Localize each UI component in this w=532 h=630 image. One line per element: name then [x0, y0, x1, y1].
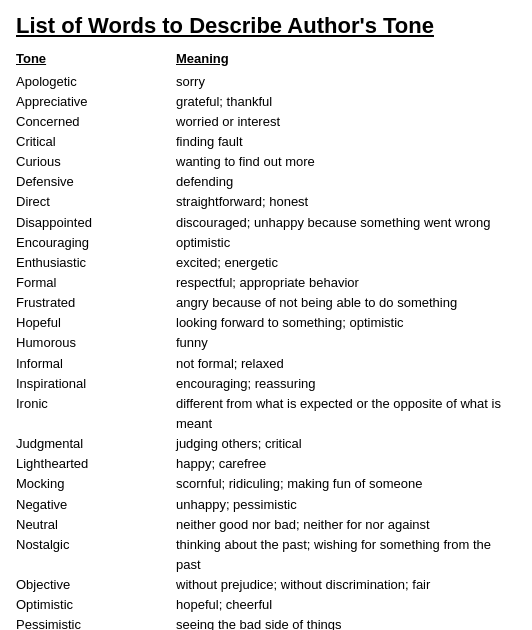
meaning-cell: angry because of not being able to do so… — [176, 293, 516, 313]
tone-table: ApologeticsorryAppreciativegrateful; tha… — [16, 72, 516, 630]
table-row: Enthusiasticexcited; energetic — [16, 253, 516, 273]
meaning-cell: grateful; thankful — [176, 92, 516, 112]
tone-cell: Optimistic — [16, 595, 176, 615]
tone-column-header: Tone — [16, 51, 176, 66]
tone-cell: Objective — [16, 575, 176, 595]
tone-cell: Inspirational — [16, 374, 176, 394]
table-row: Ironicdifferent from what is expected or… — [16, 394, 516, 434]
table-row: Lightheartedhappy; carefree — [16, 454, 516, 474]
meaning-cell: unhappy; pessimistic — [176, 495, 516, 515]
table-row: Appreciativegrateful; thankful — [16, 92, 516, 112]
table-row: Pessimisticseeing the bad side of things — [16, 615, 516, 630]
meaning-cell: looking forward to something; optimistic — [176, 313, 516, 333]
table-row: Hopefullooking forward to something; opt… — [16, 313, 516, 333]
meaning-cell: thinking about the past; wishing for som… — [176, 535, 516, 575]
meaning-cell: excited; energetic — [176, 253, 516, 273]
table-row: Nostalgicthinking about the past; wishin… — [16, 535, 516, 575]
table-row: Encouragingoptimistic — [16, 233, 516, 253]
meaning-cell: different from what is expected or the o… — [176, 394, 516, 434]
meaning-cell: neither good nor bad; neither for nor ag… — [176, 515, 516, 535]
meaning-cell: not formal; relaxed — [176, 354, 516, 374]
meaning-cell: sorry — [176, 72, 516, 92]
meaning-cell: worried or interest — [176, 112, 516, 132]
table-row: Criticalfinding fault — [16, 132, 516, 152]
table-row: Inspirationalencouraging; reassuring — [16, 374, 516, 394]
meaning-cell: wanting to find out more — [176, 152, 516, 172]
tone-cell: Hopeful — [16, 313, 176, 333]
table-row: Mockingscornful; ridiculing; making fun … — [16, 474, 516, 494]
tone-cell: Defensive — [16, 172, 176, 192]
tone-cell: Critical — [16, 132, 176, 152]
tone-cell: Encouraging — [16, 233, 176, 253]
table-row: Informalnot formal; relaxed — [16, 354, 516, 374]
meaning-cell: encouraging; reassuring — [176, 374, 516, 394]
table-row: Frustratedangry because of not being abl… — [16, 293, 516, 313]
tone-cell: Enthusiastic — [16, 253, 176, 273]
tone-cell: Appreciative — [16, 92, 176, 112]
tone-cell: Nostalgic — [16, 535, 176, 575]
tone-cell: Negative — [16, 495, 176, 515]
meaning-cell: funny — [176, 333, 516, 353]
tone-cell: Judgmental — [16, 434, 176, 454]
tone-cell: Lighthearted — [16, 454, 176, 474]
tone-cell: Pessimistic — [16, 615, 176, 630]
meaning-cell: discouraged; unhappy because something w… — [176, 213, 516, 233]
tone-cell: Frustrated — [16, 293, 176, 313]
table-row: Optimistichopeful; cheerful — [16, 595, 516, 615]
table-row: Apologeticsorry — [16, 72, 516, 92]
meaning-cell: straightforward; honest — [176, 192, 516, 212]
tone-cell: Mocking — [16, 474, 176, 494]
page-title: List of Words to Describe Author's Tone — [16, 12, 516, 41]
tone-cell: Ironic — [16, 394, 176, 434]
table-row: Objectivewithout prejudice; without disc… — [16, 575, 516, 595]
table-row: Directstraightforward; honest — [16, 192, 516, 212]
meaning-cell: optimistic — [176, 233, 516, 253]
meaning-cell: scornful; ridiculing; making fun of some… — [176, 474, 516, 494]
tone-cell: Direct — [16, 192, 176, 212]
meaning-cell: respectful; appropriate behavior — [176, 273, 516, 293]
table-row: Curiouswanting to find out more — [16, 152, 516, 172]
table-row: Defensivedefending — [16, 172, 516, 192]
table-row: Disappointeddiscouraged; unhappy because… — [16, 213, 516, 233]
table-row: Negativeunhappy; pessimistic — [16, 495, 516, 515]
tone-cell: Disappointed — [16, 213, 176, 233]
table-row: Judgmentaljudging others; critical — [16, 434, 516, 454]
meaning-cell: seeing the bad side of things — [176, 615, 516, 630]
tone-cell: Apologetic — [16, 72, 176, 92]
meaning-cell: judging others; critical — [176, 434, 516, 454]
meaning-column-header: Meaning — [176, 51, 229, 66]
table-row: Concernedworried or interest — [16, 112, 516, 132]
tone-cell: Informal — [16, 354, 176, 374]
meaning-cell: without prejudice; without discriminatio… — [176, 575, 516, 595]
tone-cell: Humorous — [16, 333, 176, 353]
tone-cell: Concerned — [16, 112, 176, 132]
meaning-cell: finding fault — [176, 132, 516, 152]
meaning-cell: happy; carefree — [176, 454, 516, 474]
meaning-cell: hopeful; cheerful — [176, 595, 516, 615]
meaning-cell: defending — [176, 172, 516, 192]
table-row: Neutralneither good nor bad; neither for… — [16, 515, 516, 535]
table-row: Formalrespectful; appropriate behavior — [16, 273, 516, 293]
tone-cell: Curious — [16, 152, 176, 172]
table-row: Humorousfunny — [16, 333, 516, 353]
tone-cell: Neutral — [16, 515, 176, 535]
tone-cell: Formal — [16, 273, 176, 293]
